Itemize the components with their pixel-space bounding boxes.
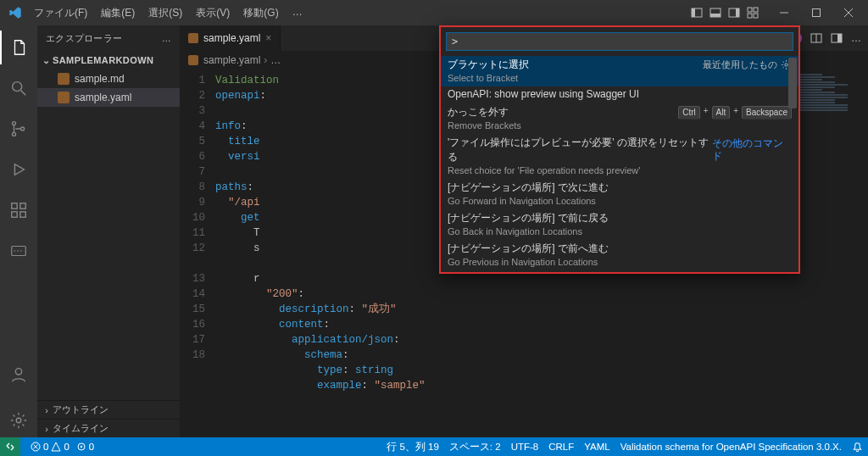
svg-point-14 — [13, 82, 22, 92]
svg-point-35 — [81, 446, 82, 448]
indentation[interactable]: スペース: 2 — [449, 441, 501, 453]
titlebar: ファイル(F) 編集(E) 選択(S) 表示(V) 移動(G) … — [0, 0, 868, 25]
accounts-icon[interactable] — [0, 358, 37, 392]
vscode-logo-icon — [8, 6, 22, 19]
palette-recent-label: 最近使用したもの — [703, 58, 777, 71]
window-controls — [768, 0, 865, 25]
palette-item-label: [ナビゲーションの場所] で次に進む — [448, 181, 609, 195]
run-debug-icon[interactable] — [0, 153, 37, 186]
palette-item-sublabel: Go Back in Navigation Locations — [448, 226, 792, 236]
command-palette-item[interactable]: [ナビゲーションの場所] で前へ進むGo Previous in Navigat… — [441, 240, 798, 270]
palette-item-sublabel: Select to Bracket — [448, 73, 792, 83]
svg-point-30 — [785, 64, 787, 66]
close-icon[interactable]: × — [265, 32, 271, 44]
split-editor-icon[interactable] — [810, 32, 822, 44]
tab-label: sample.yaml — [203, 32, 260, 44]
svg-point-24 — [15, 369, 21, 375]
notifications-icon[interactable] — [852, 442, 863, 453]
svg-rect-22 — [20, 212, 25, 217]
editor-tab[interactable]: sample.yaml × — [180, 25, 281, 51]
main-area: エクスプローラー … ⌄ SAMPLEMARKDOWN sample.md sa… — [0, 25, 868, 437]
tab-actions: ◦ … — [790, 25, 868, 51]
command-palette-input[interactable] — [446, 32, 793, 51]
svg-point-16 — [12, 122, 15, 125]
editor-area: sample.yaml × ◦ … sample.yaml › … 123456… — [180, 25, 868, 437]
sidebar: エクスプローラー … ⌄ SAMPLEMARKDOWN sample.md sa… — [37, 25, 180, 437]
menu-more[interactable]: … — [286, 3, 309, 24]
svg-rect-20 — [20, 203, 25, 209]
palette-item-sublabel: Go Forward in Navigation Locations — [448, 196, 792, 206]
svg-rect-19 — [12, 203, 17, 209]
file-icon — [188, 55, 198, 65]
settings-gear-icon[interactable] — [0, 403, 37, 437]
menu-edit[interactable]: 編集(E) — [94, 3, 142, 24]
search-icon[interactable] — [0, 71, 37, 105]
menu-view[interactable]: 表示(V) — [189, 3, 236, 24]
ports-button[interactable]: 0 — [76, 442, 94, 452]
cursor-position[interactable]: 行 5、列 19 — [387, 441, 439, 453]
menu-select[interactable]: 選択(S) — [142, 3, 189, 24]
outline-label: アウトライン — [53, 403, 108, 416]
api-icon[interactable] — [0, 234, 37, 268]
eol[interactable]: CRLF — [548, 442, 574, 452]
sidebar-header: エクスプローラー … — [37, 25, 180, 51]
open-preview-icon[interactable] — [831, 32, 843, 44]
language-mode[interactable]: YAML — [584, 442, 609, 452]
command-palette-list: ブラケットに選択最近使用したものSelect to BracketOpenAPI… — [441, 56, 798, 270]
toggle-panel-icon[interactable] — [709, 6, 722, 19]
customize-layout-icon[interactable] — [746, 6, 760, 19]
svg-point-17 — [12, 132, 15, 136]
folder-section[interactable]: ⌄ SAMPLEMARKDOWN — [37, 51, 180, 70]
error-count: 0 — [43, 442, 48, 452]
command-palette-item[interactable]: かっこを外すCtrl+Alt+BackspaceRemove Brackets — [441, 103, 798, 134]
menu-go[interactable]: 移動(G) — [236, 3, 285, 24]
svg-rect-29 — [837, 34, 842, 42]
svg-rect-6 — [748, 8, 752, 12]
scrollbar[interactable] — [788, 58, 797, 108]
command-palette-item[interactable]: OpenAPI: show preview using Swagger UI — [441, 86, 798, 103]
menu-file[interactable]: ファイル(F) — [27, 3, 94, 24]
file-tree-item[interactable]: sample.yaml — [37, 88, 180, 107]
problems-button[interactable]: 0 0 — [31, 442, 70, 452]
palette-item-label: かっこを外す — [448, 105, 509, 120]
palette-item-label: 'ファイル操作にはプレビューが必要' の選択をリセットする — [448, 136, 712, 164]
toggle-primary-sidebar-icon[interactable] — [690, 6, 704, 19]
tab-more-icon[interactable]: … — [851, 32, 861, 44]
file-name: sample.md — [75, 73, 125, 85]
timeline-section[interactable]: › タイムライン — [37, 419, 180, 437]
command-palette-item[interactable]: ブラケットに選択最近使用したものSelect to Bracket — [441, 56, 798, 86]
toggle-secondary-sidebar-icon[interactable] — [727, 6, 741, 19]
command-palette-item[interactable]: [ナビゲーションの場所] で前に戻るGo Back in Navigation … — [441, 209, 798, 240]
close-window-button[interactable] — [832, 0, 865, 25]
layout-controls — [690, 6, 760, 19]
source-control-icon[interactable] — [0, 112, 37, 146]
chevron-right-icon: › — [264, 54, 267, 66]
palette-item-label: [ナビゲーションの場所] で前へ進む — [448, 242, 609, 256]
warning-count: 0 — [64, 442, 69, 452]
extensions-icon[interactable] — [0, 193, 37, 227]
command-palette-item[interactable]: [ナビゲーションの場所] で次に進むGo Forward in Navigati… — [441, 179, 798, 209]
file-name: sample.yaml — [75, 92, 131, 103]
file-tree-item[interactable]: sample.md — [37, 70, 180, 88]
timeline-label: タイムライン — [53, 422, 108, 435]
remote-indicator[interactable] — [0, 437, 20, 456]
command-palette-item[interactable]: 'ファイル操作にはプレビューが必要' の選択をリセットするその他のコマンドRes… — [441, 134, 798, 179]
svg-point-25 — [16, 418, 21, 423]
explorer-icon[interactable] — [0, 31, 37, 64]
file-icon — [58, 73, 70, 85]
sidebar-more-icon[interactable]: … — [162, 33, 171, 43]
svg-rect-1 — [692, 8, 695, 17]
file-icon — [188, 33, 198, 43]
ports-count: 0 — [89, 442, 94, 452]
maximize-button[interactable] — [800, 0, 832, 25]
outline-section[interactable]: › アウトライン — [37, 400, 180, 419]
file-icon — [58, 92, 70, 103]
line-gutter: 123456789101112131415161718 — [180, 70, 215, 437]
palette-category-label: その他のコマンド — [712, 137, 792, 163]
encoding[interactable]: UTF-8 — [511, 442, 539, 452]
svg-rect-3 — [710, 14, 721, 17]
minimize-button[interactable] — [768, 0, 800, 25]
svg-rect-7 — [754, 8, 758, 12]
schema-status[interactable]: Validation schema for OpenAPI Specificat… — [620, 442, 842, 452]
svg-rect-9 — [754, 14, 758, 18]
